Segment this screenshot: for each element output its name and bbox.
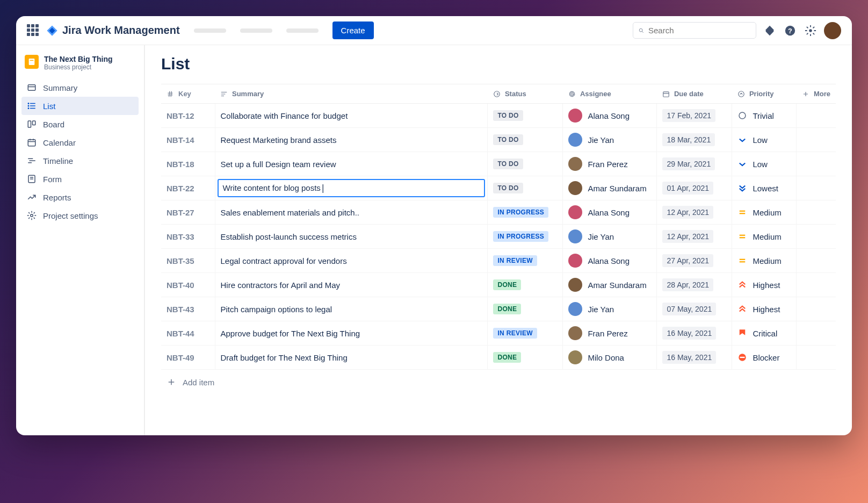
create-button[interactable]: Create xyxy=(332,21,374,39)
more-cell[interactable] xyxy=(797,321,836,346)
more-cell[interactable] xyxy=(797,225,836,249)
due-date-cell[interactable]: 16 May, 2021 xyxy=(657,346,732,370)
settings-icon[interactable] xyxy=(804,24,818,38)
sidebar-item-summary[interactable]: Summary xyxy=(21,78,139,97)
more-cell[interactable] xyxy=(797,152,836,176)
user-avatar[interactable] xyxy=(824,22,841,39)
table-row[interactable]: NBT-44Approve budget for The Next Big Th… xyxy=(161,321,836,346)
key-cell[interactable]: NBT-49 xyxy=(161,346,215,370)
priority-cell[interactable]: Blocker xyxy=(732,346,797,370)
status-cell[interactable]: TO DO xyxy=(488,104,563,128)
more-cell[interactable] xyxy=(797,104,836,128)
add-item-button[interactable]: Add item xyxy=(161,370,836,394)
sidebar-item-list[interactable]: List xyxy=(21,97,139,115)
more-cell[interactable] xyxy=(797,128,836,152)
more-cell[interactable] xyxy=(797,176,836,200)
priority-cell[interactable]: Lowest xyxy=(732,176,797,200)
sidebar-item-calendar[interactable]: Calendar xyxy=(21,133,139,152)
table-row[interactable]: NBT-18Set up a full Design team reviewTO… xyxy=(161,152,836,176)
sidebar-item-form[interactable]: Form xyxy=(21,170,139,188)
assignee-cell[interactable]: Jie Yan xyxy=(563,225,657,249)
table-row[interactable]: NBT-43Pitch campaign options to legalDON… xyxy=(161,297,836,321)
key-cell[interactable]: NBT-14 xyxy=(161,128,215,152)
due-date-cell[interactable]: 07 May, 2021 xyxy=(657,297,732,321)
summary-cell[interactable]: Pitch campaign options to legal xyxy=(215,297,488,321)
status-cell[interactable]: DONE xyxy=(488,346,563,370)
notifications-icon[interactable] xyxy=(763,24,777,38)
more-cell[interactable] xyxy=(797,346,836,370)
status-cell[interactable]: TO DO xyxy=(488,176,563,200)
col-status[interactable]: Status xyxy=(488,84,563,104)
sidebar-item-timeline[interactable]: Timeline xyxy=(21,152,139,170)
sidebar-item-board[interactable]: Board xyxy=(21,115,139,133)
priority-cell[interactable]: Low xyxy=(732,128,797,152)
priority-cell[interactable]: Highest xyxy=(732,273,797,297)
sidebar-item-reports[interactable]: Reports xyxy=(21,188,139,206)
status-cell[interactable]: DONE xyxy=(488,273,563,297)
assignee-cell[interactable]: Jie Yan xyxy=(563,128,657,152)
status-cell[interactable]: TO DO xyxy=(488,128,563,152)
table-row[interactable]: NBT-22Write content for blog posts|TO DO… xyxy=(161,176,836,200)
summary-cell[interactable]: Collaborate with Finance for budget xyxy=(215,104,488,128)
key-cell[interactable]: NBT-12 xyxy=(161,104,215,128)
col-summary[interactable]: Summary xyxy=(215,84,488,104)
assignee-cell[interactable]: Alana Song xyxy=(563,200,657,225)
sidebar-item-project-settings[interactable]: Project settings xyxy=(21,206,139,225)
due-date-cell[interactable]: 16 May, 2021 xyxy=(657,321,732,346)
due-date-cell[interactable]: 18 Mar, 2021 xyxy=(657,128,732,152)
priority-cell[interactable]: Low xyxy=(732,152,797,176)
project-header[interactable]: The Next Big Thing Business project xyxy=(21,53,139,78)
help-icon[interactable]: ? xyxy=(783,24,797,38)
more-cell[interactable] xyxy=(797,273,836,297)
table-row[interactable]: NBT-49Draft budget for The Next Big Thin… xyxy=(161,346,836,370)
due-date-cell[interactable]: 17 Feb, 2021 xyxy=(657,104,732,128)
col-due-date[interactable]: Due date xyxy=(657,84,732,104)
status-cell[interactable]: DONE xyxy=(488,297,563,321)
priority-cell[interactable]: Critical xyxy=(732,321,797,346)
table-row[interactable]: NBT-35Legal contract approval for vendor… xyxy=(161,249,836,273)
assignee-cell[interactable]: Fran Perez xyxy=(563,152,657,176)
key-cell[interactable]: NBT-27 xyxy=(161,200,215,225)
assignee-cell[interactable]: Alana Song xyxy=(563,249,657,273)
due-date-cell[interactable]: 01 Apr, 2021 xyxy=(657,176,732,200)
summary-cell[interactable]: Request Marketing brand assets xyxy=(215,128,488,152)
summary-edit-input[interactable]: Write content for blog posts| xyxy=(218,179,486,197)
key-cell[interactable]: NBT-18 xyxy=(161,152,215,176)
status-cell[interactable]: IN PROGRESS xyxy=(488,225,563,249)
assignee-cell[interactable]: Alana Song xyxy=(563,104,657,128)
key-cell[interactable]: NBT-44 xyxy=(161,321,215,346)
col-more[interactable]: More xyxy=(797,84,836,104)
more-cell[interactable] xyxy=(797,200,836,225)
summary-cell[interactable]: Sales enablement materials and pitch.. xyxy=(215,200,488,225)
due-date-cell[interactable]: 12 Apr, 2021 xyxy=(657,225,732,249)
search-box[interactable] xyxy=(633,22,756,39)
summary-cell[interactable]: Set up a full Design team review xyxy=(215,152,488,176)
key-cell[interactable]: NBT-33 xyxy=(161,225,215,249)
assignee-cell[interactable]: Milo Dona xyxy=(563,346,657,370)
assignee-cell[interactable]: Fran Perez xyxy=(563,321,657,346)
app-switcher-icon[interactable] xyxy=(27,24,40,37)
priority-cell[interactable]: Medium xyxy=(732,200,797,225)
key-cell[interactable]: NBT-40 xyxy=(161,273,215,297)
product-logo[interactable]: Jira Work Management xyxy=(46,24,180,37)
priority-cell[interactable]: Trivial xyxy=(732,104,797,128)
col-key[interactable]: Key xyxy=(161,84,215,104)
more-cell[interactable] xyxy=(797,297,836,321)
priority-cell[interactable]: Medium xyxy=(732,225,797,249)
status-cell[interactable]: IN REVIEW xyxy=(488,321,563,346)
table-row[interactable]: NBT-33Establish post-launch success metr… xyxy=(161,225,836,249)
key-cell[interactable]: NBT-35 xyxy=(161,249,215,273)
key-cell[interactable]: NBT-43 xyxy=(161,297,215,321)
search-input[interactable] xyxy=(648,26,750,35)
summary-cell[interactable]: Hire contractors for April and May xyxy=(215,273,488,297)
assignee-cell[interactable]: Jie Yan xyxy=(563,297,657,321)
table-row[interactable]: NBT-14Request Marketing brand assetsTO D… xyxy=(161,128,836,152)
assignee-cell[interactable]: Amar Sundaram xyxy=(563,176,657,200)
table-row[interactable]: NBT-27Sales enablement materials and pit… xyxy=(161,200,836,225)
status-cell[interactable]: IN PROGRESS xyxy=(488,200,563,225)
more-cell[interactable] xyxy=(797,249,836,273)
due-date-cell[interactable]: 27 Apr, 2021 xyxy=(657,249,732,273)
col-assignee[interactable]: Assignee xyxy=(563,84,657,104)
due-date-cell[interactable]: 29 Mar, 2021 xyxy=(657,152,732,176)
summary-cell[interactable]: Approve budget for The Next Big Thing xyxy=(215,321,488,346)
